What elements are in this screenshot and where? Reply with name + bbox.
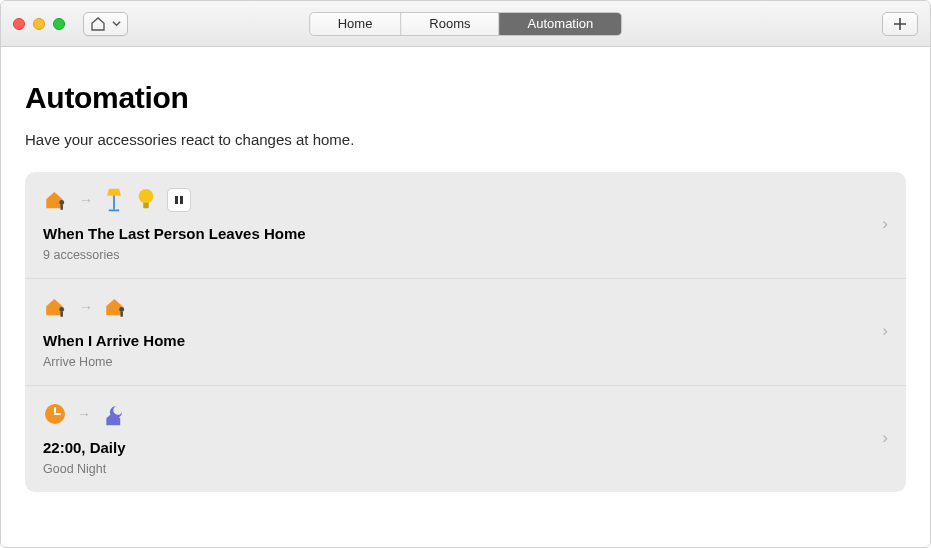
content-area: Automation Have your accessories react t… — [1, 47, 930, 547]
automation-icons: → — [43, 400, 870, 428]
automation-icons: → — [43, 293, 870, 321]
automation-body: → When I Arrive Home Arrive Home — [43, 293, 870, 369]
titlebar: Home Rooms Automation — [1, 1, 930, 47]
svg-rect-9 — [180, 196, 183, 204]
svg-rect-8 — [175, 196, 178, 204]
house-leave-icon — [43, 187, 69, 213]
chevron-down-icon — [112, 19, 121, 28]
pause-tile-icon — [167, 188, 191, 212]
moon-house-icon — [101, 401, 129, 427]
bulb-icon — [135, 187, 157, 213]
svg-point-2 — [59, 200, 64, 205]
svg-point-12 — [119, 307, 124, 312]
tab-home[interactable]: Home — [310, 13, 402, 35]
home-icon — [90, 16, 106, 32]
automation-title: When The Last Person Leaves Home — [43, 225, 870, 242]
automation-subtitle: Good Night — [43, 462, 870, 476]
close-window-button[interactable] — [13, 18, 25, 30]
house-arrive-icon — [103, 294, 129, 320]
add-button[interactable] — [882, 12, 918, 36]
fullscreen-window-button[interactable] — [53, 18, 65, 30]
svg-point-6 — [139, 189, 154, 204]
automation-icons: → — [43, 186, 870, 214]
automation-title: 22:00, Daily — [43, 439, 870, 456]
svg-rect-11 — [60, 312, 62, 317]
svg-point-10 — [59, 307, 64, 312]
automation-subtitle: Arrive Home — [43, 355, 870, 369]
clock-icon — [43, 402, 67, 426]
chevron-right-icon: › — [870, 321, 888, 341]
page-title: Automation — [25, 81, 906, 115]
page-subtitle: Have your accessories react to changes a… — [25, 131, 906, 148]
automation-row[interactable]: → When The — [25, 172, 906, 279]
automation-list: → When The — [25, 172, 906, 492]
chevron-right-icon: › — [870, 214, 888, 234]
automation-title: When I Arrive Home — [43, 332, 870, 349]
lamp-icon — [103, 187, 125, 213]
chevron-right-icon: › — [870, 428, 888, 448]
view-tabs: Home Rooms Automation — [309, 12, 623, 36]
minimize-window-button[interactable] — [33, 18, 45, 30]
tab-automation[interactable]: Automation — [500, 13, 622, 35]
house-leave-icon — [43, 294, 69, 320]
automation-body: → 22:00, Daily Good Night — [43, 400, 870, 476]
automation-row[interactable]: → When I Arrive Home Arrive Home › — [25, 279, 906, 386]
automation-body: → When The — [43, 186, 870, 262]
svg-rect-7 — [143, 203, 149, 209]
svg-rect-13 — [120, 312, 122, 317]
arrow-icon: → — [79, 299, 93, 315]
arrow-icon: → — [77, 406, 91, 422]
tab-rooms[interactable]: Rooms — [401, 13, 499, 35]
svg-rect-5 — [109, 210, 119, 212]
automation-subtitle: 9 accessories — [43, 248, 870, 262]
svg-rect-3 — [60, 205, 62, 210]
window: Home Rooms Automation Automation Have yo… — [0, 0, 931, 548]
home-selector-dropdown[interactable] — [83, 12, 128, 36]
svg-rect-4 — [113, 196, 115, 210]
automation-row[interactable]: → 22:00, Daily Good Night › — [25, 386, 906, 492]
plus-icon — [893, 17, 907, 31]
arrow-icon: → — [79, 192, 93, 208]
window-controls — [13, 18, 65, 30]
